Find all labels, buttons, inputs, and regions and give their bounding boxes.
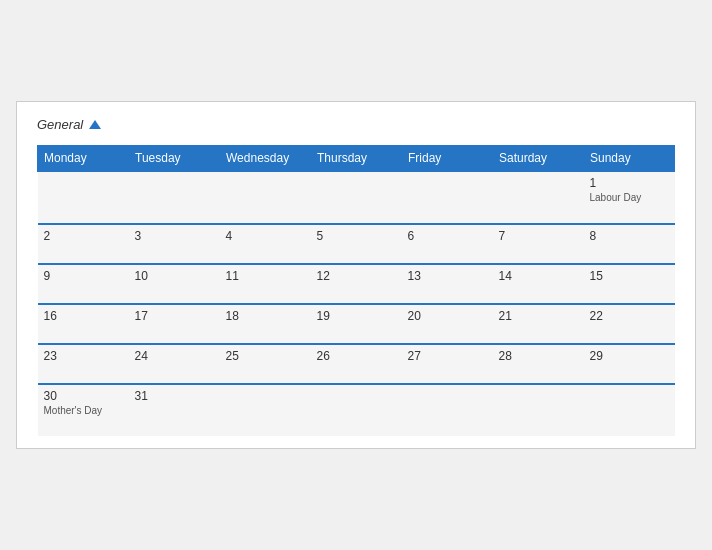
calendar-cell: 9 bbox=[38, 264, 129, 304]
day-number: 16 bbox=[44, 309, 123, 323]
calendar-cell: 25 bbox=[220, 344, 311, 384]
day-number: 4 bbox=[226, 229, 305, 243]
calendar-cell: 26 bbox=[311, 344, 402, 384]
holiday-label: Labour Day bbox=[590, 192, 669, 203]
day-number: 28 bbox=[499, 349, 578, 363]
calendar-cell: 14 bbox=[493, 264, 584, 304]
day-number: 21 bbox=[499, 309, 578, 323]
day-number: 12 bbox=[317, 269, 396, 283]
day-header-monday: Monday bbox=[38, 145, 129, 171]
calendar-cell: 5 bbox=[311, 224, 402, 264]
calendar-cell: 18 bbox=[220, 304, 311, 344]
calendar-cell: 10 bbox=[129, 264, 220, 304]
logo: General bbox=[37, 118, 101, 132]
calendar-header: General bbox=[37, 118, 675, 132]
calendar-cell bbox=[311, 384, 402, 436]
calendar-cell: 2 bbox=[38, 224, 129, 264]
calendar-table: MondayTuesdayWednesdayThursdayFridaySatu… bbox=[37, 145, 675, 436]
day-number: 29 bbox=[590, 349, 669, 363]
day-number: 2 bbox=[44, 229, 123, 243]
day-number: 26 bbox=[317, 349, 396, 363]
day-number: 13 bbox=[408, 269, 487, 283]
day-number: 5 bbox=[317, 229, 396, 243]
calendar-cell bbox=[220, 384, 311, 436]
day-header-thursday: Thursday bbox=[311, 145, 402, 171]
calendar-cell bbox=[38, 171, 129, 224]
day-number: 3 bbox=[135, 229, 214, 243]
calendar-cell bbox=[129, 171, 220, 224]
calendar-cell bbox=[493, 171, 584, 224]
day-number: 14 bbox=[499, 269, 578, 283]
calendar-cell bbox=[220, 171, 311, 224]
calendar-cell: 1Labour Day bbox=[584, 171, 675, 224]
logo-general-text: General bbox=[37, 118, 101, 132]
day-number: 11 bbox=[226, 269, 305, 283]
calendar-cell bbox=[402, 171, 493, 224]
day-number: 19 bbox=[317, 309, 396, 323]
day-number: 18 bbox=[226, 309, 305, 323]
day-number: 7 bbox=[499, 229, 578, 243]
day-number: 22 bbox=[590, 309, 669, 323]
calendar-cell bbox=[493, 384, 584, 436]
day-number: 20 bbox=[408, 309, 487, 323]
calendar-cell: 4 bbox=[220, 224, 311, 264]
day-number: 27 bbox=[408, 349, 487, 363]
day-number: 30 bbox=[44, 389, 123, 403]
calendar-cell: 12 bbox=[311, 264, 402, 304]
day-number: 15 bbox=[590, 269, 669, 283]
day-number: 17 bbox=[135, 309, 214, 323]
day-number: 6 bbox=[408, 229, 487, 243]
calendar-cell: 23 bbox=[38, 344, 129, 384]
calendar-cell: 8 bbox=[584, 224, 675, 264]
day-number: 25 bbox=[226, 349, 305, 363]
calendar-cell: 7 bbox=[493, 224, 584, 264]
calendar-cell: 31 bbox=[129, 384, 220, 436]
calendar-cell: 15 bbox=[584, 264, 675, 304]
day-number: 31 bbox=[135, 389, 214, 403]
calendar-cell bbox=[402, 384, 493, 436]
day-number: 1 bbox=[590, 176, 669, 190]
day-header-saturday: Saturday bbox=[493, 145, 584, 171]
calendar-cell: 6 bbox=[402, 224, 493, 264]
calendar-cell: 3 bbox=[129, 224, 220, 264]
calendar-cell: 19 bbox=[311, 304, 402, 344]
calendar-cell bbox=[584, 384, 675, 436]
calendar-cell: 21 bbox=[493, 304, 584, 344]
calendar-cell: 20 bbox=[402, 304, 493, 344]
calendar-cell: 30Mother's Day bbox=[38, 384, 129, 436]
day-number: 8 bbox=[590, 229, 669, 243]
calendar-cell: 16 bbox=[38, 304, 129, 344]
calendar-container: General MondayTuesdayWednesdayThursdayFr… bbox=[16, 101, 696, 448]
calendar-cell bbox=[311, 171, 402, 224]
day-header-friday: Friday bbox=[402, 145, 493, 171]
holiday-label: Mother's Day bbox=[44, 405, 123, 416]
day-number: 10 bbox=[135, 269, 214, 283]
calendar-cell: 11 bbox=[220, 264, 311, 304]
day-number: 9 bbox=[44, 269, 123, 283]
calendar-cell: 13 bbox=[402, 264, 493, 304]
day-number: 23 bbox=[44, 349, 123, 363]
day-header-sunday: Sunday bbox=[584, 145, 675, 171]
day-number: 24 bbox=[135, 349, 214, 363]
calendar-cell: 29 bbox=[584, 344, 675, 384]
calendar-cell: 17 bbox=[129, 304, 220, 344]
calendar-cell: 28 bbox=[493, 344, 584, 384]
calendar-cell: 24 bbox=[129, 344, 220, 384]
calendar-cell: 27 bbox=[402, 344, 493, 384]
calendar-cell: 22 bbox=[584, 304, 675, 344]
day-header-tuesday: Tuesday bbox=[129, 145, 220, 171]
day-header-wednesday: Wednesday bbox=[220, 145, 311, 171]
